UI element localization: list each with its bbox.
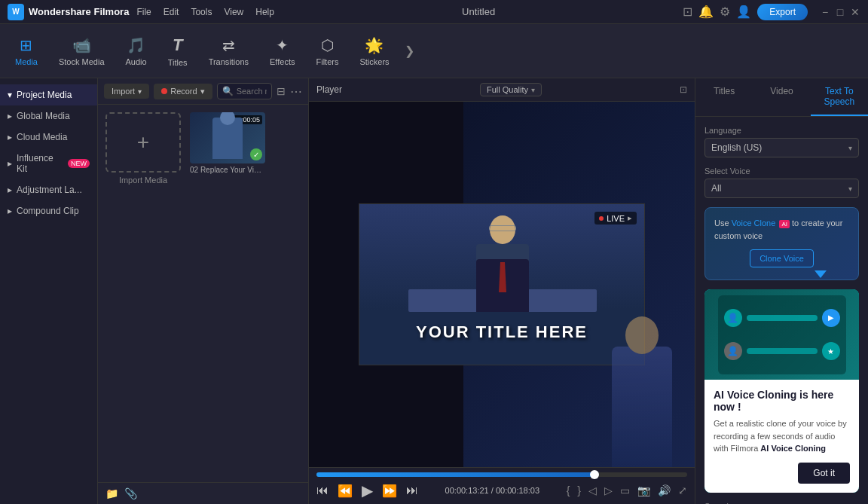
menu-edit[interactable]: Edit: [164, 7, 179, 17]
mark-out-icon[interactable]: }: [577, 484, 581, 496]
play-button[interactable]: ▶: [362, 481, 373, 499]
progress-handle[interactable]: [590, 470, 599, 479]
tab-video[interactable]: Video: [753, 78, 810, 116]
thumb-img-1: 00:00:05 ✓: [190, 112, 265, 163]
ai-cloning-desc: Get a realistic clone of your voice by r…: [714, 417, 850, 455]
topbar-icon-4[interactable]: 👤: [736, 5, 751, 19]
logo-icon: W: [8, 4, 24, 20]
topbar-icon-3[interactable]: ⚙: [720, 5, 730, 19]
quality-value: Full Quality: [487, 85, 528, 94]
menu-help[interactable]: Help: [255, 7, 274, 17]
right-panel-content: Language English (US) ▾ Select Voice All…: [695, 117, 868, 504]
snapshot-icon[interactable]: 📷: [637, 484, 650, 496]
voice-clone-text: Use Voice Clone AI to create your custom…: [714, 217, 849, 242]
media-bottom-bar: 📁 📎: [98, 482, 308, 504]
import-media-box[interactable]: +: [105, 112, 181, 173]
sidebar-item-cloud-media[interactable]: ▸ Cloud Media: [0, 127, 97, 148]
main-area: ▾ Project Media ▸ Global Media ▸ Cloud M…: [0, 78, 868, 504]
voice-clone-link[interactable]: Voice Clone: [732, 218, 776, 228]
tab-titles[interactable]: Titles: [695, 78, 753, 116]
language-group: Language English (US) ▾: [704, 126, 859, 157]
player-settings-icon[interactable]: ⊡: [680, 84, 687, 95]
next-marker-icon[interactable]: ▷: [604, 484, 613, 496]
add-folder-icon[interactable]: 📁: [105, 487, 118, 499]
quality-select[interactable]: Full Quality ▾: [480, 83, 542, 96]
record-dot: [161, 88, 167, 94]
media-thumbnail-1[interactable]: 00:00:05 ✓ 02 Replace Your Video: [190, 112, 265, 185]
tab-text-to-speech[interactable]: Text To Speech: [811, 78, 868, 116]
volume-icon[interactable]: 🔊: [658, 484, 671, 496]
maximize-button[interactable]: □: [835, 7, 845, 17]
topbar-icon-1[interactable]: ⊡: [683, 5, 692, 19]
sidebar-item-influence-kit[interactable]: ▸ Influence Kit NEW: [0, 148, 97, 179]
menu-view[interactable]: View: [224, 7, 243, 17]
vc-text-prefix: Use: [714, 218, 729, 228]
toolbar-effects[interactable]: ✦ Effects: [261, 32, 304, 71]
media-more-icon[interactable]: ⋯: [290, 84, 302, 99]
language-select[interactable]: English (US) ▾: [704, 138, 859, 157]
sidebar-label-project-media: Project Media: [17, 90, 72, 100]
sidebar-item-global-media[interactable]: ▸ Global Media: [0, 105, 97, 127]
player-time-display: 00:00:13:21 / 00:00:18:03: [445, 486, 539, 495]
filters-label: Filters: [316, 57, 338, 66]
toolbar-more-arrow[interactable]: ❯: [402, 41, 417, 61]
sidebar-item-adjustment-layer[interactable]: ▸ Adjustment La...: [0, 179, 97, 200]
got-it-button[interactable]: Got it: [798, 463, 850, 484]
audio-label: Audio: [126, 57, 147, 66]
step-forward-button[interactable]: ⏩: [382, 484, 397, 498]
progress-fill: [316, 472, 594, 477]
prev-marker-icon[interactable]: ◁: [588, 484, 597, 496]
rewind-button[interactable]: ⏮: [316, 484, 329, 497]
menu-tools[interactable]: Tools: [191, 7, 212, 17]
media-search-bar[interactable]: 🔍: [217, 83, 272, 99]
fast-forward-button[interactable]: ⏭: [406, 484, 418, 497]
media-label: Media: [15, 57, 38, 66]
app-name: Wondershare Filmora: [29, 6, 129, 17]
sidebar-item-project-media[interactable]: ▾ Project Media: [0, 84, 97, 105]
export-button[interactable]: Export: [757, 4, 808, 20]
language-value: English (US): [711, 142, 762, 153]
import-label: Import: [112, 87, 135, 96]
toolbar-stock-media[interactable]: 📹 Stock Media: [50, 32, 114, 71]
close-button[interactable]: ✕: [850, 7, 860, 17]
language-dropdown-arrow: ▾: [848, 144, 852, 152]
audio-icon: 🎵: [127, 36, 145, 54]
transitions-label: Transitions: [209, 57, 249, 66]
player-buttons-right: { } ◁ ▷ ▭ 📷 🔊 ⤢: [567, 484, 687, 496]
progress-bar[interactable]: [316, 472, 687, 477]
player-video-area: YOUR TITLE HERE LIVE ▸: [309, 102, 695, 467]
sidebar-item-compound-clip[interactable]: ▸ Compound Clip: [0, 200, 97, 221]
mark-in-icon[interactable]: {: [567, 484, 570, 496]
record-label: Record: [170, 87, 197, 96]
effects-label: Effects: [270, 57, 295, 66]
topbar-icon-2[interactable]: 🔔: [698, 5, 714, 19]
import-media-item[interactable]: + Import Media: [105, 112, 181, 185]
import-button[interactable]: Import ▾: [104, 84, 149, 99]
main-toolbar: ⊞ Media 📹 Stock Media 🎵 Audio T Titles ⇄…: [0, 24, 868, 78]
add-clip-icon[interactable]: 📎: [124, 487, 137, 499]
minimize-button[interactable]: −: [820, 7, 830, 17]
clone-voice-button[interactable]: Clone Voice: [750, 249, 814, 267]
voice-select[interactable]: All ▾: [704, 179, 859, 198]
fullscreen-icon[interactable]: ⤢: [678, 484, 687, 496]
toolbar-titles[interactable]: T Titles: [159, 31, 197, 72]
sidebar-label-influence-kit: Influence Kit: [17, 153, 62, 174]
toolbar-stickers[interactable]: 🌟 Stickers: [350, 32, 398, 71]
toolbar-audio[interactable]: 🎵 Audio: [117, 32, 156, 71]
player-label: Player: [316, 84, 342, 95]
menu-file[interactable]: File: [136, 7, 151, 17]
sidebar-arrow-project-media: ▾: [8, 90, 12, 100]
toolbar-filters[interactable]: ⬡ Filters: [307, 32, 347, 71]
window-controls: − □ ✕: [820, 7, 860, 17]
search-icon: 🔍: [222, 86, 234, 96]
display-mode-icon[interactable]: ▭: [620, 484, 630, 496]
media-panel: Import ▾ Record ▾ 🔍 ⊟ ⋯ + Import Media: [98, 78, 309, 504]
filter-icon[interactable]: ⊟: [277, 85, 286, 97]
toolbar-transitions[interactable]: ⇄ Transitions: [200, 32, 258, 71]
sidebar-arrow-adjustment: ▸: [8, 185, 12, 195]
step-back-button[interactable]: ⏪: [338, 484, 353, 498]
toolbar-media[interactable]: ⊞ Media: [6, 32, 47, 71]
search-input[interactable]: [237, 87, 267, 96]
media-grid: + Import Media 00:00:05 ✓ 02 Replace You…: [98, 105, 308, 482]
record-button[interactable]: Record ▾: [154, 84, 212, 99]
